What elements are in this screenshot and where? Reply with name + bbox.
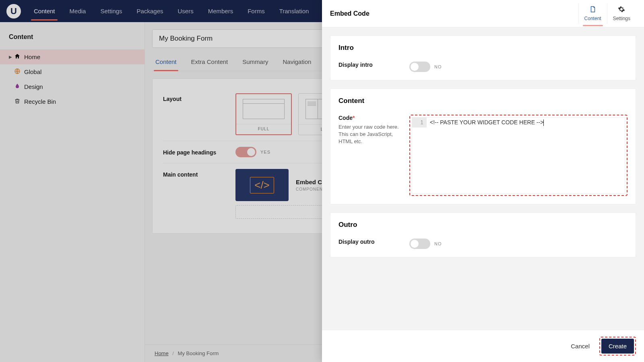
section-heading: Outro — [339, 221, 627, 229]
toggle-state-text: NO — [434, 64, 442, 69]
slideover-tab-settings[interactable]: Settings — [607, 3, 636, 24]
code-content[interactable]: <!-- PASTE YOUR WIDGET CODE HERE --> — [427, 117, 625, 128]
code-editor[interactable]: 1 <!-- PASTE YOUR WIDGET CODE HERE --> — [412, 117, 625, 193]
code-label: Code* — [339, 115, 409, 121]
create-button-highlight: Create — [599, 337, 636, 356]
code-help-text: Enter your raw code here. This can be Ja… — [339, 123, 401, 146]
gear-icon — [618, 6, 625, 15]
display-intro-toggle[interactable] — [409, 62, 430, 72]
create-button[interactable]: Create — [601, 339, 634, 354]
slideover-footer: Cancel Create — [322, 330, 644, 362]
modal-backdrop[interactable] — [0, 0, 322, 362]
embed-code-slideover: Embed Code Content Settings Intro Displa… — [322, 0, 644, 362]
slideover-header: Embed Code Content Settings — [322, 0, 644, 27]
slideover-tab-label: Settings — [613, 16, 630, 21]
section-heading: Intro — [339, 44, 627, 52]
display-intro-label: Display intro — [339, 62, 409, 68]
section-content: Content Code* Enter your raw code here. … — [330, 88, 636, 204]
display-outro-toggle[interactable] — [409, 239, 430, 249]
section-intro: Intro Display intro NO — [330, 35, 636, 80]
section-outro: Outro Display outro NO — [330, 212, 636, 257]
required-indicator: * — [353, 115, 355, 121]
slideover-tab-label: Content — [584, 16, 601, 21]
slideover-tab-content[interactable]: Content — [578, 3, 607, 24]
line-number: 1 — [412, 117, 427, 128]
toggle-state-text: NO — [434, 241, 442, 246]
display-outro-label: Display outro — [339, 239, 409, 245]
section-heading: Content — [339, 97, 627, 105]
slideover-title: Embed Code — [330, 10, 369, 17]
code-field-highlight: 1 <!-- PASTE YOUR WIDGET CODE HERE --> — [409, 115, 627, 196]
document-icon — [589, 6, 597, 15]
cancel-button[interactable]: Cancel — [567, 339, 594, 353]
